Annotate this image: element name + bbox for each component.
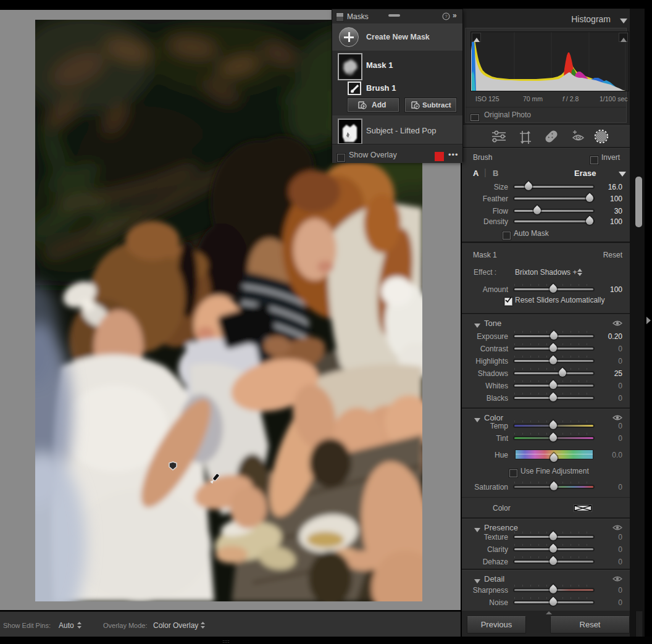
svg-text:?: ?	[445, 14, 448, 19]
